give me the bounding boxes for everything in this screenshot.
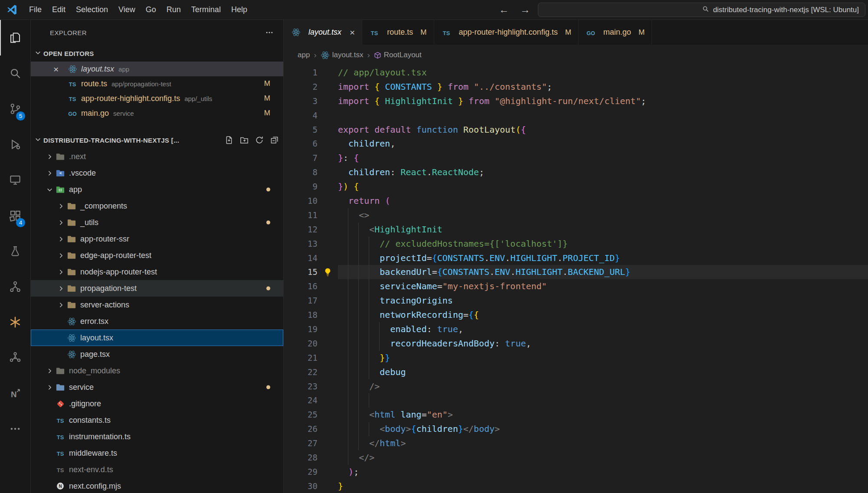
line-number[interactable]: 11 xyxy=(284,208,318,222)
line-number[interactable]: 5 xyxy=(284,123,318,137)
code-line-23[interactable]: 23/> xyxy=(284,379,868,394)
tree-item-_components[interactable]: _components xyxy=(31,198,283,214)
more-actions-icon[interactable] xyxy=(265,28,274,37)
breadcrumb[interactable]: app›layout.tsx›RootLayout xyxy=(284,45,868,65)
tree-item-page.tsx[interactable]: page.tsx xyxy=(31,346,283,362)
breadcrumb-item-app[interactable]: app xyxy=(298,51,310,59)
line-number[interactable]: 29 xyxy=(284,465,318,479)
line-number[interactable]: 23 xyxy=(284,379,318,394)
activity-source-control[interactable]: 5 xyxy=(0,91,30,127)
menu-item-run[interactable]: Run xyxy=(161,0,186,20)
tree-item-node_modules[interactable]: node_modules xyxy=(31,362,283,379)
tree-item-error.tsx[interactable]: error.tsx xyxy=(31,313,283,330)
activity-org-chart[interactable] xyxy=(0,269,30,304)
code-line-18[interactable]: 18networkRecording={{ xyxy=(284,308,868,322)
close-icon[interactable]: × xyxy=(53,65,59,74)
refresh-icon[interactable] xyxy=(255,136,264,144)
code-line-28[interactable]: 28</> xyxy=(284,451,868,465)
code-area[interactable]: 1// app/layout.tsx2import { CONSTANTS } … xyxy=(284,65,868,493)
activity-molecule[interactable] xyxy=(0,340,30,375)
collapse-all-icon[interactable] xyxy=(270,136,279,144)
menu-item-view[interactable]: View xyxy=(113,0,141,20)
line-number[interactable]: 25 xyxy=(284,408,318,422)
project-root-header[interactable]: DISTRIBUTED-TRACING-WITH-NEXTJS [... xyxy=(31,132,283,148)
code-line-1[interactable]: 1// app/layout.tsx xyxy=(284,65,868,80)
code-line-9[interactable]: 9}) { xyxy=(284,180,868,194)
open-editor-item[interactable]: ×layout.tsxapp xyxy=(31,62,283,76)
activity-search[interactable] xyxy=(0,56,30,91)
tree-item-.vscode[interactable]: .vscode xyxy=(31,165,283,181)
activity-extensions[interactable]: 4 xyxy=(0,198,30,233)
tree-item-next-env.d.ts[interactable]: TSnext-env.d.ts xyxy=(31,461,283,478)
code-line-24[interactable]: 24 xyxy=(284,393,868,408)
line-number[interactable]: 8 xyxy=(284,165,318,180)
line-number[interactable]: 26 xyxy=(284,422,318,436)
code-line-25[interactable]: 25<html lang="en"> xyxy=(284,408,868,422)
new-file-icon[interactable] xyxy=(225,136,233,144)
open-editor-item[interactable]: TSapp-router-highlight.config.tsapp/_uti… xyxy=(31,91,283,106)
menu-item-go[interactable]: Go xyxy=(141,0,161,20)
line-number[interactable]: 3 xyxy=(284,94,318,108)
line-number[interactable]: 2 xyxy=(284,80,318,94)
code-line-8[interactable]: 8children: React.ReactNode; xyxy=(284,165,868,180)
code-line-4[interactable]: 4 xyxy=(284,108,868,123)
line-number[interactable]: 10 xyxy=(284,194,318,208)
code-line-12[interactable]: 12<HighlightInit xyxy=(284,222,868,237)
menu-item-help[interactable]: Help xyxy=(226,0,252,20)
menu-item-selection[interactable]: Selection xyxy=(71,0,113,20)
tree-item-constants.ts[interactable]: TSconstants.ts xyxy=(31,412,283,428)
code-line-10[interactable]: 10return ( xyxy=(284,194,868,208)
line-number[interactable]: 13 xyxy=(284,237,318,251)
tree-item-service[interactable]: service xyxy=(31,379,283,395)
activity-remote-explorer[interactable] xyxy=(0,162,30,198)
line-number[interactable]: 9 xyxy=(284,180,318,194)
back-arrow-icon[interactable]: ← xyxy=(499,4,509,16)
code-line-21[interactable]: 21}} xyxy=(284,351,868,365)
tree-item-_utils[interactable]: _utils xyxy=(31,214,283,231)
menu-item-terminal[interactable]: Terminal xyxy=(186,0,226,20)
activity-run-debug[interactable] xyxy=(0,127,30,162)
close-icon[interactable]: × xyxy=(350,28,355,37)
open-editor-item[interactable]: GOmain.goserviceM xyxy=(31,106,283,121)
code-line-2[interactable]: 2import { CONSTANTS } from "../constants… xyxy=(284,80,868,94)
tree-item-next.config.mjs[interactable]: Nnext.config.mjs xyxy=(31,478,283,493)
tree-item-.gitignore[interactable]: .gitignore xyxy=(31,395,283,412)
activity-asterisk[interactable] xyxy=(0,304,30,340)
breadcrumb-item-layout.tsx[interactable]: layout.tsx xyxy=(321,51,364,60)
code-line-3[interactable]: 3import { HighlightInit } from "@highlig… xyxy=(284,94,868,108)
code-line-19[interactable]: 19enabled: true, xyxy=(284,322,868,336)
new-folder-icon[interactable] xyxy=(240,136,249,144)
line-number[interactable]: 20 xyxy=(284,336,318,351)
line-number[interactable]: 15 xyxy=(284,265,318,279)
line-number[interactable]: 7 xyxy=(284,151,318,165)
open-editors-header[interactable]: OPEN EDITORS xyxy=(31,45,283,62)
line-number[interactable]: 16 xyxy=(284,279,318,294)
tree-item-server-actions[interactable]: server-actions xyxy=(31,297,283,313)
line-number[interactable]: 30 xyxy=(284,479,318,493)
open-editor-item[interactable]: TSroute.tsapp/propagation-testM xyxy=(31,76,283,91)
forward-arrow-icon[interactable]: → xyxy=(520,4,530,16)
tree-item-.next[interactable]: .next xyxy=(31,148,283,165)
tree-item-nodejs-app-router-test[interactable]: nodejs-app-router-test xyxy=(31,264,283,280)
code-line-6[interactable]: 6children, xyxy=(284,137,868,151)
tree-item-edge-app-router-test[interactable]: edge-app-router-test xyxy=(31,247,283,264)
menu-item-file[interactable]: File xyxy=(24,0,47,20)
tab-layout.tsx[interactable]: layout.tsx× xyxy=(284,20,362,45)
code-line-29[interactable]: 29); xyxy=(284,465,868,479)
line-number[interactable]: 14 xyxy=(284,251,318,265)
code-line-16[interactable]: 16serviceName="my-nextjs-frontend" xyxy=(284,279,868,294)
activity-explorer[interactable] xyxy=(0,20,30,56)
tab-route.ts[interactable]: TSroute.tsM xyxy=(362,20,434,45)
tab-main.go[interactable]: GOmain.goM xyxy=(579,20,652,45)
code-line-26[interactable]: 26<body>{children}</body> xyxy=(284,422,868,436)
line-number[interactable]: 17 xyxy=(284,294,318,308)
line-number[interactable]: 1 xyxy=(284,65,318,80)
code-line-13[interactable]: 13// excludedHostnames={['localhost']} xyxy=(284,237,868,251)
line-number[interactable]: 27 xyxy=(284,436,318,451)
code-line-27[interactable]: 27</html> xyxy=(284,436,868,451)
line-number[interactable]: 12 xyxy=(284,222,318,237)
activity-n-ext[interactable]: N xyxy=(0,375,30,411)
line-number[interactable]: 18 xyxy=(284,308,318,322)
breadcrumb-item-RootLayout[interactable]: RootLayout xyxy=(374,51,422,59)
command-center-search[interactable]: distributed-tracing-with-nextjs [WSL: Ub… xyxy=(538,3,865,17)
